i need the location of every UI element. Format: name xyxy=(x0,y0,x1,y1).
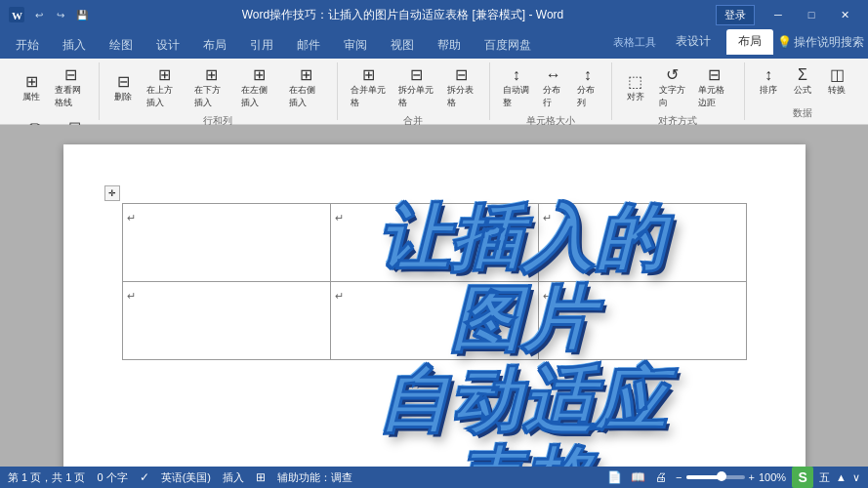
dist-cols-icon: ↕ xyxy=(584,65,592,84)
document-page[interactable]: ✛ ↵ ↵ ↵ ↵ ↵ ↵ ↵ 让插入的 图片 自动适应 表格 xyxy=(63,144,806,467)
accessibility: 辅助功能：调查 xyxy=(277,470,352,485)
toolbar-row-merge: ⊞ 合并单元格 ⊟ 拆分单元格 ⊟ 拆分表格 xyxy=(346,62,481,112)
sort-label: 排序 xyxy=(760,84,777,97)
tab-baidu[interactable]: 百度网盘 xyxy=(473,33,543,59)
text-dir-icon: ↺ xyxy=(666,65,679,84)
tab-table-design[interactable]: 表设计 xyxy=(664,29,723,55)
gridlines-btn[interactable]: ⊟ 查看网格线 xyxy=(50,62,91,112)
quick-save-btn[interactable]: 💾 xyxy=(74,7,90,22)
cell-return: ↵ xyxy=(543,290,552,302)
dist-cols-btn[interactable]: ↕ 分布列 xyxy=(572,62,603,112)
cell-return: ↵ xyxy=(335,290,344,302)
split-table-icon: ⊟ xyxy=(455,65,468,84)
split-cells-icon: ⊟ xyxy=(410,65,423,84)
table-cell-0-1[interactable]: ↵ xyxy=(330,204,538,282)
insert-right-icon: ⊞ xyxy=(300,65,312,84)
autofit-label: 自动调整 xyxy=(503,84,530,109)
convert-label: 转换 xyxy=(828,84,846,97)
minimize-button[interactable]: ─ xyxy=(763,5,794,24)
maximize-button[interactable]: □ xyxy=(796,5,827,24)
zoom-fill xyxy=(686,475,719,479)
tab-draw[interactable]: 绘图 xyxy=(98,33,145,59)
zoom-thumb[interactable] xyxy=(717,471,726,481)
tab-layout-doc[interactable]: 布局 xyxy=(191,33,238,59)
table-cell-1-1[interactable]: ↵ xyxy=(330,282,538,360)
login-button[interactable]: 登录 xyxy=(716,5,755,25)
macro-icon: ⊞ xyxy=(256,470,266,484)
document-area: ✛ ↵ ↵ ↵ ↵ ↵ ↵ ↵ 让插入的 图片 自动适应 表格 xyxy=(0,125,868,467)
lightbulb-icon: 💡 xyxy=(777,35,792,49)
redo-btn[interactable]: ↪ xyxy=(53,7,68,22)
autofit-btn[interactable]: ↕ 自动调整 xyxy=(498,62,535,112)
tab-home[interactable]: 开始 xyxy=(4,33,51,59)
view-print-icon[interactable]: 🖨 xyxy=(652,468,670,486)
convert-btn[interactable]: ◫ 转换 xyxy=(821,62,852,100)
insert-left-label: 在左侧插入 xyxy=(241,84,276,109)
zoom-slider[interactable] xyxy=(686,475,745,479)
tab-review[interactable]: 审阅 xyxy=(332,33,379,59)
toolbar-group-table: ⊞ 属性 ⊟ 查看网格线 ✏ 绘制表格 ◻ 橡皮擦 表 xyxy=(8,62,100,120)
insert-above-btn[interactable]: ⊞ 在上方插入 xyxy=(142,62,186,112)
undo-btn[interactable]: ↩ xyxy=(31,7,47,22)
cell-margin-icon: ⊟ xyxy=(708,65,721,84)
overlay-line-4: 表格 xyxy=(239,440,806,467)
align-btn[interactable]: ⬚ 对齐 xyxy=(620,69,651,106)
tab-mailings[interactable]: 邮件 xyxy=(285,33,332,59)
tab-references[interactable]: 引用 xyxy=(238,33,285,59)
view-normal-icon[interactable]: 📄 xyxy=(605,468,623,486)
close-button[interactable]: ✕ xyxy=(829,5,860,24)
tray-icon-2: ▲ xyxy=(836,471,847,483)
sort-btn[interactable]: ↕ 排序 xyxy=(753,62,784,100)
search-area[interactable]: 💡 操作说明搜索 xyxy=(777,34,864,51)
insert-mode[interactable]: 插入 xyxy=(223,470,244,485)
zoom-plus[interactable]: + xyxy=(749,471,755,483)
status-bar: 第 1 页，共 1 页 0 个字 ✓ 英语(美国) 插入 ⊞ 辅助功能：调查 📄… xyxy=(0,467,868,488)
dist-rows-btn[interactable]: ↔ 分布行 xyxy=(538,62,569,112)
ribbon-tab-bar: 开始 插入 绘图 设计 布局 引用 邮件 审阅 视图 帮助 百度网盘 表格工具 … xyxy=(0,29,868,59)
delete-btn[interactable]: ⊟ 删除 xyxy=(107,69,139,106)
formula-btn[interactable]: Σ 公式 xyxy=(787,62,818,100)
split-table-btn[interactable]: ⊟ 拆分表格 xyxy=(442,62,480,112)
view-read-icon[interactable]: 📖 xyxy=(629,468,646,486)
table-move-handle[interactable]: ✛ xyxy=(104,185,120,201)
insert-below-label: 在下方插入 xyxy=(194,84,229,109)
sort-icon: ↕ xyxy=(765,65,772,84)
insert-above-label: 在上方插入 xyxy=(146,84,182,109)
table-cell-0-2[interactable]: ↵ xyxy=(538,204,746,282)
tab-help[interactable]: 帮助 xyxy=(426,33,473,59)
document-table[interactable]: ↵ ↵ ↵ ↵ ↵ ↵ xyxy=(122,203,747,360)
cell-margin-btn[interactable]: ⊟ 单元格边距 xyxy=(693,62,736,112)
insert-below-btn[interactable]: ⊞ 在下方插入 xyxy=(189,62,234,112)
tab-design[interactable]: 设计 xyxy=(145,33,191,59)
insert-right-btn[interactable]: ⊞ 在右侧插入 xyxy=(284,62,329,112)
dist-rows-icon: ↔ xyxy=(546,65,561,84)
insert-left-btn[interactable]: ⊞ 在左侧插入 xyxy=(236,62,281,112)
doc-check-icon: ✓ xyxy=(140,470,149,484)
toolbar-row-rowcol: ⊟ 删除 ⊞ 在上方插入 ⊞ 在下方插入 ⊞ 在左侧插入 ⊞ 在右侧插入 xyxy=(107,62,328,112)
split-cells-btn[interactable]: ⊟ 拆分单元格 xyxy=(393,62,439,112)
word-count: 0 个字 xyxy=(97,470,127,485)
page-count: 第 1 页，共 1 页 xyxy=(8,470,85,485)
properties-btn[interactable]: ⊞ 属性 xyxy=(16,69,47,106)
zoom-minus[interactable]: − xyxy=(676,471,682,483)
dist-cols-label: 分布列 xyxy=(577,84,599,109)
toolbar-group-data: ↕ 排序 Σ 公式 ◫ 转换 数据 xyxy=(745,62,860,120)
tab-view[interactable]: 视图 xyxy=(379,33,426,59)
title-bar: W ↩ ↪ 💾 Word操作技巧：让插入的图片自动适应表格 [兼容模式] - W… xyxy=(0,0,868,29)
tab-table-layout[interactable]: 布局 xyxy=(726,29,773,55)
merge-cells-btn[interactable]: ⊞ 合并单元格 xyxy=(346,62,392,112)
insert-right-label: 在右侧插入 xyxy=(289,84,324,109)
toolbar-row-table: ⊞ 属性 ⊟ 查看网格线 xyxy=(16,62,91,112)
data-group-label: 数据 xyxy=(793,106,812,120)
title-bar-right: 登录 ─ □ ✕ xyxy=(716,5,860,25)
tab-insert[interactable]: 插入 xyxy=(51,33,98,59)
table-cell-1-0[interactable]: ↵ xyxy=(122,282,330,360)
insert-below-icon: ⊞ xyxy=(205,65,218,84)
table-cell-1-2[interactable]: ↵ xyxy=(538,282,746,360)
formula-label: 公式 xyxy=(794,84,811,97)
table-cell-0-0[interactable]: ↵ xyxy=(122,204,330,282)
split-cells-label: 拆分单元格 xyxy=(398,84,434,109)
delete-label: 删除 xyxy=(114,91,132,103)
text-dir-btn[interactable]: ↺ 文字方向 xyxy=(654,62,690,112)
insert-above-icon: ⊞ xyxy=(158,65,171,84)
